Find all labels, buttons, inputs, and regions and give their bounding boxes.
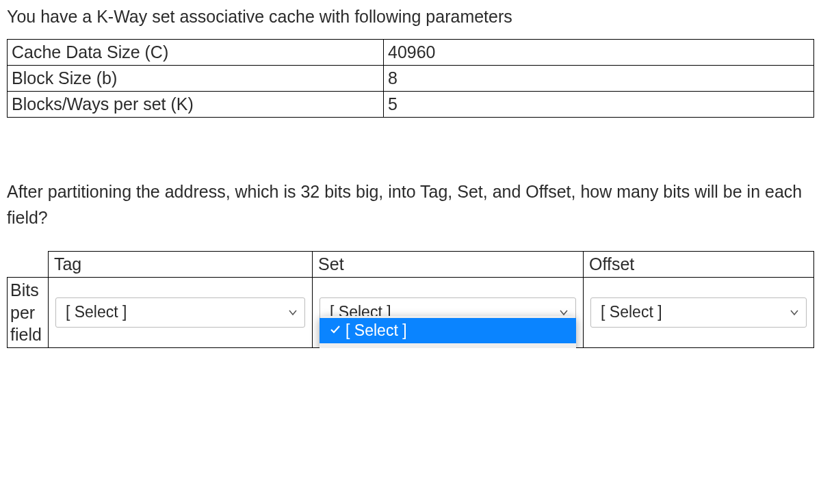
param-value: 40960 [384, 40, 814, 66]
select-offset[interactable]: [ Select ] [590, 297, 807, 328]
parameter-table: Cache Data Size (C) 40960 Block Size (b)… [7, 39, 814, 118]
table-row: Cache Data Size (C) 40960 [8, 40, 814, 66]
chevron-down-icon [288, 308, 298, 317]
dropdown-option-label: 0 [346, 347, 354, 348]
select-value: [ Select ] [601, 303, 662, 321]
param-label: Cache Data Size (C) [8, 40, 384, 66]
empty-corner [8, 252, 49, 278]
param-value: 8 [384, 66, 814, 92]
dropdown-option[interactable]: [ Select ] [320, 318, 576, 343]
row-header-bits: Bitsperfield [8, 278, 49, 348]
column-header-set: Set [313, 252, 584, 278]
chevron-down-icon [790, 308, 799, 317]
checkmark-icon [329, 321, 346, 340]
select-tag[interactable]: [ Select ] [55, 297, 305, 328]
intro-text: You have a K-Way set associative cache w… [7, 7, 814, 27]
question-text: After partitioning the address, which is… [7, 179, 814, 230]
table-row: Block Size (b) 8 [8, 66, 814, 92]
param-label: Block Size (b) [8, 66, 384, 92]
dropdown-option[interactable]: 0 [320, 343, 576, 348]
answer-table: Tag Set Offset Bitsperfield [ Select ] [… [7, 251, 814, 348]
table-row: Blocks/Ways per set (K) 5 [8, 92, 814, 118]
column-header-tag: Tag [48, 252, 312, 278]
select-value: [ Select ] [66, 303, 127, 321]
select-set-dropdown[interactable]: [ Select ] 0 1 2 [320, 316, 576, 348]
param-label: Blocks/Ways per set (K) [8, 92, 384, 118]
column-header-offset: Offset [584, 252, 814, 278]
dropdown-option-label: [ Select ] [346, 321, 406, 340]
param-value: 5 [384, 92, 814, 118]
